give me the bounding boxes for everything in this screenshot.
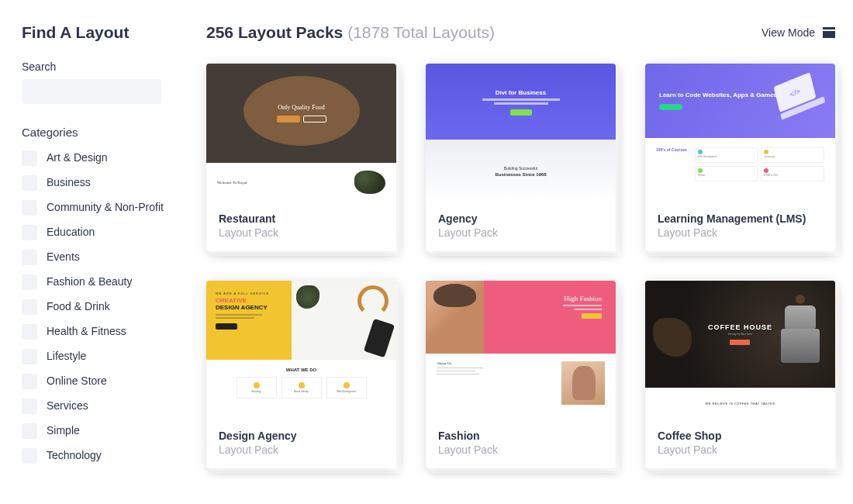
checkbox[interactable] (22, 225, 37, 240)
category-item[interactable]: Health & Fitness (22, 323, 185, 340)
category-label: Events (47, 249, 80, 265)
category-label: Education (47, 224, 95, 240)
category-item[interactable]: Education (22, 224, 185, 240)
category-list: Art & DesignBusinessCommunity & Non-Prof… (22, 150, 185, 464)
category-label: Online Store (47, 373, 107, 389)
checkbox[interactable] (22, 299, 37, 315)
card-subtitle: Layout Pack (219, 226, 384, 239)
category-item[interactable]: Art & Design (22, 150, 185, 166)
thumb-hero-text: Learn to Code Websites, Apps & Games (659, 91, 777, 99)
card-title: Restaurant (219, 212, 384, 225)
main-content: 256 Layout Packs (1878 Total Layouts) Vi… (185, 23, 835, 468)
checkbox[interactable] (22, 374, 37, 389)
header-subtitle: (1878 Total Layouts) (347, 23, 495, 41)
category-item[interactable]: Online Store (22, 373, 185, 389)
sidebar-title: Find A Layout (22, 23, 185, 42)
category-label: Lifestyle (47, 348, 86, 364)
checkbox[interactable] (22, 150, 37, 166)
checkbox[interactable] (22, 274, 37, 290)
thumb-lower-text2: Businesses Since 1968 (495, 172, 546, 177)
card-thumbnail: Learn to Code Websites, Apps & Games </>… (645, 64, 835, 202)
sidebar: Find A Layout Search Categories Art & De… (22, 23, 185, 468)
card-title: Fashion (438, 430, 603, 442)
category-label: Simple (47, 423, 80, 439)
layout-card[interactable]: High Fashion About Us (426, 281, 616, 468)
thumb-hero-text: Only Quality Food (278, 104, 324, 111)
categories-title: Categories (22, 126, 185, 139)
category-label: Health & Fitness (47, 323, 126, 340)
pack-title-suffix: Layout Packs (238, 23, 343, 41)
card-thumbnail: COFFEE HOUSE Serving The Best Since WE B… (645, 281, 835, 419)
checkbox[interactable] (22, 324, 37, 340)
pack-count: 256 (206, 23, 233, 41)
category-label: Community & Non-Profit (47, 199, 164, 216)
thumb-tag: WE ARE A FULL SERVICE (216, 292, 282, 295)
thumb-lower-text: WE BELIEVE IN COFFEE THAT TASTES (645, 388, 835, 419)
layout-card[interactable]: Divi for Business Building Successful Bu… (426, 64, 616, 251)
category-item[interactable]: Fashion & Beauty (22, 274, 185, 290)
card-title: Coffee Shop (658, 430, 823, 442)
card-title: Design Agency (219, 430, 384, 442)
thumb-hero-text: Divi for Business (496, 89, 546, 96)
layout-grid: Only Quality Food Welcome To Royal Resta… (206, 64, 835, 468)
thumb-hero-text: CREATIVEDESIGN AGENCY (216, 297, 282, 311)
layout-card[interactable]: Only Quality Food Welcome To Royal Resta… (206, 64, 396, 251)
laptop-icon: </> (773, 69, 825, 120)
header-title: 256 Layout Packs (1878 Total Layouts) (206, 23, 495, 42)
card-thumbnail: Divi for Business Building Successful Bu… (426, 64, 616, 202)
category-item[interactable]: Community & Non-Profit (22, 199, 185, 216)
category-item[interactable]: Business (22, 174, 185, 191)
category-item[interactable]: Simple (22, 423, 185, 439)
card-subtitle: Layout Pack (658, 444, 823, 456)
card-subtitle: Layout Pack (438, 226, 603, 239)
category-item[interactable]: Events (22, 249, 185, 265)
category-label: Art & Design (47, 150, 108, 166)
thumb-hero-text: High Fashion (563, 295, 602, 302)
checkbox[interactable] (22, 399, 37, 414)
thumb-hero-text: COFFEE HOUSE (708, 323, 772, 331)
checkbox[interactable] (22, 349, 37, 364)
category-label: Fashion & Beauty (47, 274, 133, 290)
layout-card[interactable]: Learn to Code Websites, Apps & Games </>… (645, 64, 835, 251)
checkbox[interactable] (22, 423, 37, 439)
grid-view-icon (823, 27, 835, 38)
thumb-lower-text: Welcome To Royal (217, 181, 247, 185)
category-label: Food & Drink (47, 299, 110, 315)
category-item[interactable]: Services (22, 398, 185, 414)
view-mode-toggle[interactable]: View Mode (761, 26, 835, 39)
card-title: Learning Management (LMS) (658, 212, 823, 225)
card-thumbnail: Only Quality Food Welcome To Royal (206, 64, 396, 202)
checkbox[interactable] (22, 448, 37, 464)
card-subtitle: Layout Pack (658, 226, 823, 239)
view-mode-label: View Mode (761, 26, 815, 39)
category-item[interactable]: Lifestyle (22, 348, 185, 364)
category-item[interactable]: Technology (22, 447, 185, 464)
card-thumbnail: High Fashion About Us (426, 281, 616, 419)
card-subtitle: Layout Pack (438, 444, 603, 456)
card-subtitle: Layout Pack (219, 444, 384, 456)
thumb-highlight: 100's of Courses (656, 147, 687, 152)
category-label: Services (47, 398, 88, 414)
checkbox[interactable] (22, 200, 37, 216)
card-thumbnail: WE ARE A FULL SERVICE CREATIVEDESIGN AGE… (206, 281, 396, 419)
search-label: Search (22, 60, 185, 73)
thumb-lower-text: Building Successful (504, 166, 537, 171)
category-label: Technology (47, 447, 102, 464)
layout-card[interactable]: WE ARE A FULL SERVICE CREATIVEDESIGN AGE… (206, 281, 396, 468)
search-input[interactable] (22, 79, 161, 104)
checkbox[interactable] (22, 250, 37, 265)
category-label: Business (47, 174, 91, 191)
category-item[interactable]: Food & Drink (22, 299, 185, 315)
checkbox[interactable] (22, 175, 37, 191)
layout-card[interactable]: COFFEE HOUSE Serving The Best Since WE B… (645, 281, 835, 468)
card-title: Agency (438, 212, 603, 225)
main-header: 256 Layout Packs (1878 Total Layouts) Vi… (206, 23, 835, 42)
thumb-lower-title: WHAT WE DO (217, 368, 385, 372)
thumb-lower-title: About Us (437, 361, 451, 365)
